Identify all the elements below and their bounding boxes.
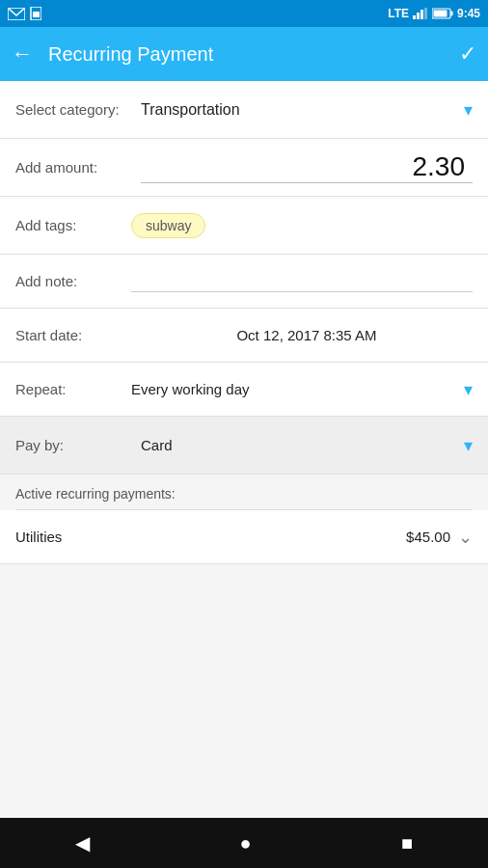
- active-payments-header: Active recurring payments:: [0, 475, 488, 509]
- tags-label: Add tags:: [15, 217, 131, 233]
- nav-back-button[interactable]: ◀: [75, 831, 90, 854]
- confirm-button[interactable]: ✓: [459, 41, 476, 67]
- repeat-row[interactable]: Repeat: Every working day ▾: [0, 363, 488, 417]
- signal-icon: [413, 8, 428, 19]
- start-date-label: Start date:: [15, 327, 141, 343]
- note-input[interactable]: [131, 271, 473, 292]
- mail-icon: [8, 8, 25, 20]
- pay-by-row[interactable]: Pay by: Card ▾: [0, 417, 488, 475]
- status-bar: LTE 9:45: [0, 0, 488, 27]
- start-date-row: Start date: Oct 12, 2017 8:35 AM: [0, 309, 488, 363]
- tag-chip-subway[interactable]: subway: [131, 213, 205, 238]
- note-label: Add note:: [15, 273, 131, 289]
- repeat-dropdown-icon[interactable]: ▾: [464, 379, 473, 400]
- nav-bar: ◀ ● ■: [0, 818, 488, 868]
- amount-row: Add amount: 2.30: [0, 139, 488, 197]
- category-row[interactable]: Select category: Transportation ▾: [0, 81, 488, 139]
- sim-icon: [29, 7, 41, 20]
- category-dropdown-icon[interactable]: ▾: [464, 99, 473, 121]
- svg-rect-9: [433, 11, 447, 17]
- lte-label: LTE: [388, 7, 409, 20]
- note-row: Add note:: [0, 255, 488, 309]
- category-label: Select category:: [15, 101, 141, 118]
- pay-by-label: Pay by:: [15, 437, 141, 453]
- pay-by-dropdown-icon[interactable]: ▾: [464, 435, 473, 456]
- status-bar-right: LTE 9:45: [388, 7, 480, 20]
- active-payments-section: Active recurring payments: Utilities $45…: [0, 475, 488, 564]
- pay-by-value: Card: [141, 437, 464, 453]
- amount-input[interactable]: 2.30: [141, 151, 473, 183]
- back-button[interactable]: ←: [12, 43, 33, 65]
- status-bar-left: [8, 7, 41, 20]
- page-title: Recurring Payment: [48, 43, 459, 66]
- svg-rect-2: [33, 12, 40, 17]
- payment-name: Utilities: [15, 529, 406, 545]
- svg-rect-4: [417, 13, 420, 19]
- payment-amount: $45.00: [406, 529, 450, 545]
- start-date-value[interactable]: Oct 12, 2017 8:35 AM: [141, 327, 473, 343]
- payment-item[interactable]: Utilities $45.00 ⌄: [0, 510, 488, 564]
- tags-row: Add tags: subway: [0, 197, 488, 255]
- svg-rect-6: [424, 8, 427, 19]
- battery-icon: [432, 8, 453, 19]
- amount-label: Add amount:: [15, 159, 141, 176]
- category-value: Transportation: [141, 101, 464, 119]
- payment-expand-icon[interactable]: ⌄: [458, 527, 473, 548]
- repeat-value: Every working day: [131, 381, 464, 397]
- time-display: 9:45: [457, 7, 480, 20]
- nav-home-button[interactable]: ●: [239, 832, 251, 854]
- app-toolbar: ← Recurring Payment ✓: [0, 27, 488, 81]
- svg-rect-5: [420, 10, 423, 19]
- svg-rect-8: [450, 12, 452, 16]
- form-area: Select category: Transportation ▾ Add am…: [0, 81, 488, 475]
- svg-rect-3: [413, 15, 416, 19]
- repeat-label: Repeat:: [15, 381, 131, 397]
- nav-recents-button[interactable]: ■: [401, 832, 413, 854]
